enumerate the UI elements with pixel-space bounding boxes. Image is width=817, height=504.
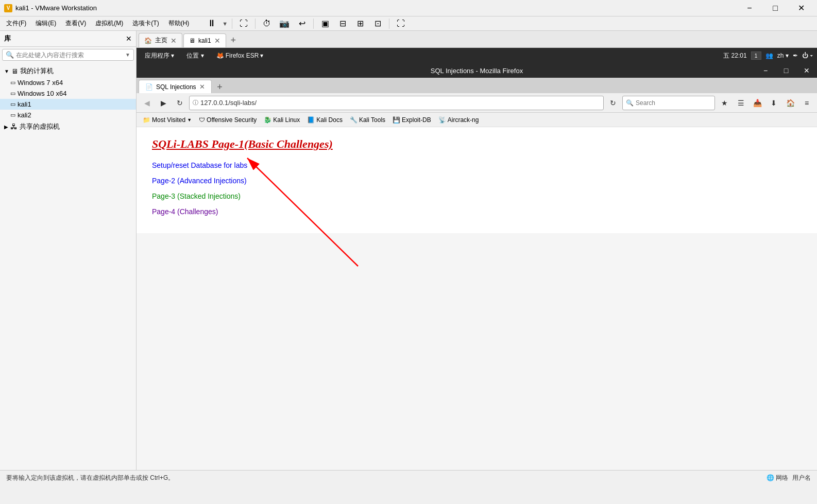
bookmark-aircrack[interactable]: 📡 Aircrack-ng	[436, 115, 481, 125]
sidebar-item-kali1[interactable]: ▭ kali1	[0, 99, 136, 110]
home-nav-button[interactable]: 🏠	[783, 96, 797, 110]
bookmark-offensive-icon: 🛡	[199, 116, 205, 124]
bookmark-offensive[interactable]: 🛡 Offensive Security	[197, 115, 259, 125]
tab-home[interactable]: 🏠 主页 ✕	[139, 33, 182, 47]
new-tab-button[interactable]: +	[227, 34, 240, 46]
view2-button[interactable]: ⊟	[335, 16, 350, 31]
bookmark-exploitdb-label: Exploit-DB	[402, 116, 431, 124]
collapse-icon: ▼	[4, 68, 9, 74]
power-icon: ⏻ ▾	[802, 52, 813, 59]
bookmark-dropdown-icon: ▼	[187, 117, 192, 123]
search-icon: 🔍	[6, 51, 14, 59]
vm-label-win7: Windows 7 x64	[18, 79, 63, 86]
firefox-tab-close[interactable]: ✕	[199, 83, 205, 91]
download-button[interactable]: ⬇	[767, 96, 781, 110]
tab-home-close[interactable]: ✕	[171, 37, 177, 45]
sidebar-item-win10[interactable]: ▭ Windows 10 x64	[0, 88, 136, 99]
reload-button2[interactable]: ↻	[606, 96, 620, 110]
link-page4[interactable]: Page-4 (Challenges)	[152, 207, 802, 216]
separator	[232, 19, 232, 29]
pause-button[interactable]: ⏸	[205, 16, 219, 31]
menu-nav-button[interactable]: ≡	[799, 96, 814, 110]
applications-menu[interactable]: 应用程序 ▾	[141, 50, 178, 61]
browser-menu[interactable]: 🦊 Firefox ESR ▾	[212, 51, 268, 60]
sidebar-search-input[interactable]	[16, 51, 125, 59]
view4-button[interactable]: ⊡	[370, 16, 385, 31]
vm-icon4: ▭	[10, 112, 15, 118]
firefox-tab-icon: 📄	[145, 83, 153, 91]
sidebar-item-win7[interactable]: ▭ Windows 7 x64	[0, 77, 136, 88]
menu-view[interactable]: 查看(V)	[61, 18, 90, 29]
expand-icon: ▶	[4, 124, 8, 130]
reader-button[interactable]: ☰	[734, 96, 748, 110]
status-message: 要将输入定向到该虚拟机，请在虚拟机内部单击或按 Ctrl+G。	[6, 474, 174, 482]
title-bar: V kali1 - VMware Workstation − □ ✕	[0, 0, 817, 16]
menu-file[interactable]: 文件(F)	[2, 18, 30, 29]
page-title: SQLi-LABS Page-1(Basic Challenges)	[152, 137, 802, 151]
bookmark-aircrack-icon: 📡	[438, 116, 446, 124]
view-button[interactable]: ▣	[318, 16, 332, 31]
window-title: kali1 - VMware Workstation	[15, 4, 738, 12]
menu-edit[interactable]: 编辑(E)	[31, 18, 60, 29]
menu-vm[interactable]: 虚拟机(M)	[91, 18, 127, 29]
menu-tab[interactable]: 选项卡(T)	[128, 18, 163, 29]
lang-indicator: zh ▾	[777, 52, 789, 59]
address-bar[interactable]: ⓘ 127.0.0.1/sqli-labs/	[189, 96, 604, 110]
home-icon: 🏠	[144, 37, 152, 44]
sidebar-close-button[interactable]: ✕	[126, 34, 132, 43]
link-page3[interactable]: Page-3 (Stacked Injections)	[152, 192, 802, 200]
firefox-new-tab-button[interactable]: +	[214, 81, 226, 93]
bookmark-kali-tools[interactable]: 🔧 Kali Tools	[348, 115, 387, 125]
network-status: 🌐 网络	[767, 474, 788, 482]
firefox-minimize-button[interactable]: −	[755, 63, 776, 78]
sidebar-search-box[interactable]: 🔍 ▼	[2, 49, 134, 61]
menu-help[interactable]: 帮助(H)	[164, 18, 194, 29]
menu-bar: 文件(F) 编辑(E) 查看(V) 虚拟机(M) 选项卡(T) 帮助(H) ⏸ …	[0, 16, 817, 31]
bookmark-kali-linux[interactable]: 🐉 Kali Linux	[262, 115, 302, 125]
sidebar-tree: ▼ 🖥 我的计算机 ▭ Windows 7 x64 ▭ Windows 10 x…	[0, 63, 136, 470]
send-ctrl-alt-del-button[interactable]: ⛶	[236, 16, 251, 31]
firefox-icon: 🦊	[216, 52, 224, 59]
snapshot-button[interactable]: ⏱	[260, 16, 274, 31]
firefox-window: SQL Injections - Mozilla Firefox − □ ✕ 📄…	[137, 63, 817, 470]
root-label: 我的计算机	[20, 66, 54, 76]
firefox-maximize-button[interactable]: □	[776, 63, 796, 78]
vm-label-win10: Windows 10 x64	[18, 90, 66, 97]
firefox-tab-sqli[interactable]: 📄 SQL Injections ✕	[139, 80, 212, 93]
snapshot2-button[interactable]: 📷	[277, 16, 292, 31]
nav-back-button[interactable]: ◀	[140, 96, 154, 110]
link-page2[interactable]: Page-2 (Advanced Injections)	[152, 177, 802, 185]
sidebar-item-shared[interactable]: ▶ 🖧 共享的虚拟机	[0, 120, 136, 133]
fullscreen-button[interactable]: ⛶	[394, 16, 408, 31]
shared-icon: 🖧	[10, 123, 18, 131]
nav-forward-button[interactable]: ▶	[156, 96, 171, 110]
nav-reload-button[interactable]: ↻	[173, 96, 187, 110]
search-input[interactable]	[636, 99, 713, 107]
computer-icon: 🖥	[11, 67, 18, 75]
tab-kali1[interactable]: 🖥 kali1 ✕	[183, 33, 226, 47]
bookmark-aircrack-label: Aircrack-ng	[448, 116, 479, 124]
keyboard-indicator: 1	[751, 51, 761, 60]
tree-root[interactable]: ▼ 🖥 我的计算机	[0, 65, 136, 77]
tab-kali1-close[interactable]: ✕	[214, 37, 220, 45]
sidebar-item-kali2[interactable]: ▭ kali2	[0, 110, 136, 120]
snapshot3-button[interactable]: ↩	[295, 16, 309, 31]
close-button[interactable]: ✕	[789, 0, 813, 16]
vm-icon2: ▭	[10, 90, 15, 97]
bookmark-exploitdb[interactable]: 💾 Exploit-DB	[390, 115, 433, 125]
maximize-button[interactable]: □	[763, 0, 787, 16]
user-status: 用户名	[792, 474, 811, 482]
bookmark-most-visited[interactable]: 📁 Most Visited ▼	[141, 115, 194, 125]
link-setup[interactable]: Setup/reset Database for labs	[152, 161, 802, 169]
view3-button[interactable]: ⊞	[353, 16, 367, 31]
firefox-close-button[interactable]: ✕	[796, 63, 817, 78]
sidebar-title: 库	[4, 34, 11, 43]
places-menu[interactable]: 位置 ▾	[182, 50, 208, 61]
bookmark-kali-docs[interactable]: 📘 Kali Docs	[305, 115, 345, 125]
pocket-button[interactable]: 📥	[750, 96, 764, 110]
minimize-button[interactable]: −	[738, 0, 761, 16]
search-box[interactable]: 🔍	[622, 96, 715, 110]
main-container: 库 ✕ 🔍 ▼ ▼ 🖥 我的计算机 ▭ Windows 7 x64 ▭ Wind…	[0, 31, 817, 470]
bookmark-star-button[interactable]: ★	[717, 96, 731, 110]
user-icon: 👥	[765, 52, 773, 59]
